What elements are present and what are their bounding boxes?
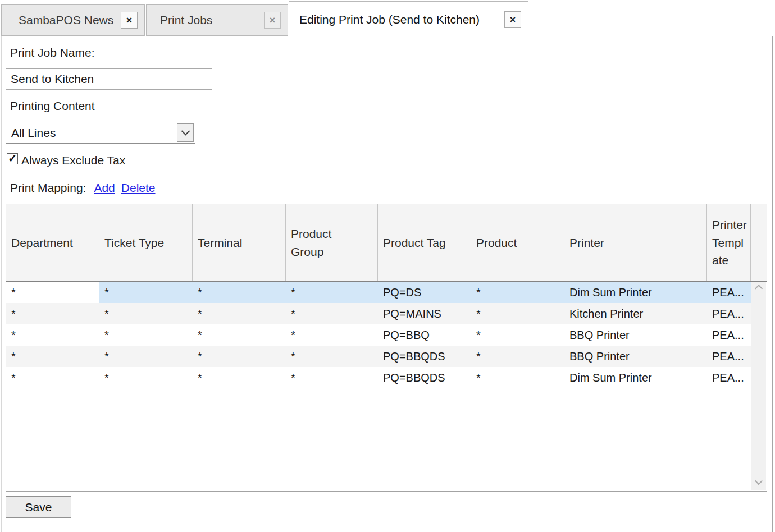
grid-cell[interactable]: * [193,282,286,303]
column-header-filler [751,204,767,281]
printing-content-label: Printing Content [10,99,95,113]
select-dropdown-button[interactable] [177,123,194,142]
tab-label: Print Jobs [160,13,212,27]
grid-cell[interactable]: * [471,367,564,388]
column-header-printer-template[interactable]: Printer Template [707,204,751,281]
scroll-up-arrow-icon[interactable] [751,284,766,296]
grid-cell[interactable]: * [99,346,193,367]
grid-cell[interactable]: * [193,367,286,388]
grid-cell[interactable]: PQ=MAINS [378,303,471,324]
grid-row[interactable]: ****PQ=DS*Dim Sum PrinterPEA... [6,282,751,303]
grid-cell[interactable]: * [286,367,378,388]
column-header-ticket-type[interactable]: Ticket Type [99,204,193,281]
grid-cell[interactable]: * [6,367,99,388]
scroll-down-arrow-icon[interactable] [751,476,766,489]
grid-header-row: Department Ticket Type Terminal Product … [6,204,767,282]
grid-cell[interactable]: PQ=BBQDS [378,346,471,367]
grid-cell[interactable]: * [471,324,564,346]
grid-row[interactable]: ****PQ=BBQDS*Dim Sum PrinterPEA... [6,367,751,388]
column-header-department[interactable]: Department [6,204,99,281]
grid-cell[interactable]: * [193,346,286,367]
column-header-product-group[interactable]: Product Group [286,204,378,281]
grid-cell[interactable]: BBQ Printer [564,346,707,367]
grid-cell[interactable]: * [286,324,378,346]
grid-cell[interactable]: * [471,303,564,324]
grid-cell[interactable]: * [99,282,193,303]
always-exclude-tax-label: Always Exclude Tax [21,154,125,167]
grid-cell[interactable]: Dim Sum Printer [564,367,707,388]
close-icon[interactable]: × [264,12,281,29]
column-header-printer[interactable]: Printer [564,204,707,281]
grid-cell[interactable]: PEA... [707,367,751,388]
printing-content-selected-value: All Lines [11,126,56,140]
grid-row[interactable]: ****PQ=BBQDS*BBQ PrinterPEA... [6,346,751,367]
grid-cell[interactable]: * [471,346,564,367]
tab-editing-print-job[interactable]: Editing Print Job (Send to Kitchen) × [289,1,528,37]
print-mapping-label: Print Mapping: [10,181,86,195]
always-exclude-tax-checkbox[interactable]: ✓ [7,153,18,164]
print-mapping-grid: Department Ticket Type Terminal Product … [6,204,767,492]
tab-label: SambaPOS News [19,13,113,27]
page-right-border [772,36,773,532]
tab-sambapos-news[interactable]: SambaPOS News × [1,4,145,36]
grid-row[interactable]: ****PQ=BBQ*BBQ PrinterPEA... [6,324,751,346]
grid-cell[interactable]: * [6,303,99,324]
printing-content-select[interactable]: All Lines [6,122,195,144]
grid-cell[interactable]: * [286,282,378,303]
tab-print-jobs[interactable]: Print Jobs × [146,4,288,36]
print-job-name-label: Print Job Name: [10,46,95,59]
grid-cell[interactable]: * [99,367,193,388]
delete-mapping-link[interactable]: Delete [121,181,156,195]
grid-cell[interactable]: * [193,324,286,346]
column-header-terminal[interactable]: Terminal [193,204,286,281]
save-button[interactable]: Save [6,496,71,518]
grid-row[interactable]: ****PQ=MAINS*Kitchen PrinterPEA... [6,303,751,324]
grid-cell[interactable]: PQ=BBQ [378,324,471,346]
chevron-down-icon [181,127,190,136]
tab-strip: SambaPOS News × Print Jobs × Editing Pri… [0,0,775,36]
tab-label: Editing Print Job (Send to Kitchen) [299,13,480,26]
close-icon[interactable]: × [121,12,138,29]
grid-cell[interactable]: PQ=DS [378,282,471,303]
grid-cell[interactable]: PEA... [707,303,751,324]
grid-cell[interactable]: * [6,324,99,346]
grid-cell[interactable]: PEA... [707,324,751,346]
column-header-product-tag[interactable]: Product Tag [378,204,471,281]
grid-cell[interactable]: * [286,303,378,324]
grid-cell[interactable]: PQ=BBQDS [378,367,471,388]
grid-cell[interactable]: Dim Sum Printer [564,282,707,303]
grid-cell[interactable]: * [471,282,564,303]
grid-cell[interactable]: PEA... [707,282,751,303]
column-header-product[interactable]: Product [471,204,564,281]
grid-cell[interactable]: BBQ Printer [564,324,707,346]
grid-cell[interactable]: * [6,346,99,367]
grid-cell[interactable]: Kitchen Printer [564,303,707,324]
grid-cell[interactable]: * [286,346,378,367]
add-mapping-link[interactable]: Add [94,181,115,195]
grid-cell[interactable]: * [193,303,286,324]
close-icon[interactable]: × [504,11,521,28]
checkmark-icon: ✓ [8,152,17,165]
grid-cell[interactable]: * [99,303,193,324]
grid-cell[interactable]: PEA... [707,346,751,367]
vertical-scrollbar[interactable] [751,282,766,490]
print-job-name-input[interactable] [6,68,212,90]
grid-body: ****PQ=DS*Dim Sum PrinterPEA...****PQ=MA… [6,282,751,491]
grid-cell[interactable]: * [6,282,99,303]
grid-cell[interactable]: * [99,324,193,346]
page-left-border [1,36,2,532]
